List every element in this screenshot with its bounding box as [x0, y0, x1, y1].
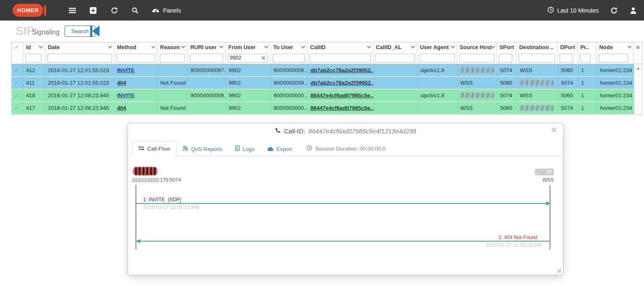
- grid-menu-icon[interactable]: [634, 42, 642, 52]
- sip-results-grid: ✓ Id Date Method Reason RURI user From U…: [11, 42, 642, 115]
- cell-to-user: 9000000009…: [271, 64, 308, 76]
- filter-reason-input[interactable]: [160, 54, 185, 62]
- refresh-icon[interactable]: [110, 6, 118, 15]
- invite-arrow: [136, 203, 550, 204]
- col-header-node[interactable]: Node: [597, 42, 634, 52]
- col-header-dport[interactable]: DPort: [558, 42, 578, 52]
- cell-ruri-user: [188, 102, 226, 114]
- notfound-message-label[interactable]: 2: 404 Not Found: [498, 234, 537, 240]
- filter-sport-input[interactable]: [499, 54, 512, 62]
- search-icon[interactable]: [131, 6, 139, 15]
- col-header-id[interactable]: Id: [23, 42, 45, 52]
- clock-icon: [548, 7, 554, 14]
- filter-reason-cell: [158, 52, 188, 64]
- panels-label: Panels: [163, 7, 181, 14]
- filter-id-input[interactable]: [26, 54, 42, 62]
- table-row[interactable]: ✓ 417 2016-01-27 12:08:23.945 404 Not Fo…: [12, 102, 635, 115]
- cell-callid-al: [374, 64, 418, 76]
- cell-to-user: 9000000009…: [271, 77, 308, 89]
- cell-proto: 1: [579, 64, 597, 76]
- filter-source-host-input[interactable]: [459, 54, 495, 62]
- chevron-down-icon: [39, 44, 43, 49]
- filter-dport-input[interactable]: [560, 54, 573, 62]
- col-header-from-user[interactable]: From User: [226, 42, 271, 52]
- redacted-ip-blob: [132, 178, 159, 182]
- table-row[interactable]: ✓ 411 2016-01-27 12:01:55.023 404 Not Fo…: [12, 77, 635, 89]
- cell-callid-al: [374, 89, 418, 102]
- col-header-ruri-user[interactable]: RURI user: [188, 42, 226, 52]
- cell-dport: 5060: [558, 89, 579, 102]
- callid-link[interactable]: 86447e4cf6ad07985c5e…: [310, 105, 374, 111]
- col-header-reason[interactable]: Reason: [158, 42, 188, 52]
- skip-back-icon[interactable]: [90, 26, 99, 36]
- callee-lifeline: [550, 185, 550, 249]
- filter-user-agent-input[interactable]: [420, 54, 455, 62]
- filter-to-user-input[interactable]: [273, 54, 305, 62]
- col-header-callid-al[interactable]: CallID_AL: [373, 42, 417, 52]
- clear-filter-icon[interactable]: ✕: [261, 55, 266, 61]
- callid-link[interactable]: 86447e4cf6ad07985c5e…: [310, 92, 374, 99]
- method-link[interactable]: INVITE: [117, 92, 135, 99]
- cell-reason: Not Found: [158, 102, 188, 114]
- col-header-user-agent[interactable]: User Agent: [417, 42, 457, 52]
- filter-date-cell: [45, 52, 115, 64]
- table-row[interactable]: ✓ 412 2016-01-27 12:01:55.023 INVITE 900…: [12, 64, 635, 77]
- method-link[interactable]: 404: [117, 80, 126, 86]
- notfound-arrow: [136, 241, 550, 242]
- cell-reason: [158, 64, 188, 76]
- scroll-up-icon[interactable]: [636, 67, 640, 70]
- chevron-down-icon: [451, 44, 455, 49]
- tab-call-flow[interactable]: Call-Flow: [132, 141, 177, 156]
- cell-from-user: 9902: [226, 89, 271, 102]
- col-header-callid[interactable]: CallID: [308, 42, 373, 52]
- cell-dport: 5074: [558, 102, 579, 114]
- filter-node-input[interactable]: [599, 54, 628, 62]
- filter-date-input[interactable]: [47, 54, 112, 62]
- gauge-icon: [152, 7, 159, 14]
- panels-menu[interactable]: Panels: [152, 7, 181, 14]
- col-header-proto[interactable]: Pr..: [578, 42, 597, 52]
- cell-node: homer01:234: [597, 77, 635, 89]
- col-header-method[interactable]: Method: [115, 42, 158, 52]
- cell-user-agent: [418, 102, 458, 114]
- time-range-selector[interactable]: Last 10 Minutes: [548, 7, 599, 14]
- table-row[interactable]: ✓ 418 2016-01-27 12:08:23.945 INVITE 900…: [12, 89, 635, 102]
- homer-logo[interactable]: HOMER: [13, 4, 46, 17]
- filter-destination-input[interactable]: [519, 54, 555, 62]
- row-check-icon: ✓: [14, 105, 19, 111]
- callid-link[interactable]: db7ab2cc78a2e2f39052…: [310, 80, 374, 86]
- tab-export[interactable]: Export: [261, 142, 299, 156]
- col-header-sport[interactable]: SPort: [497, 42, 516, 52]
- phone-icon: [275, 128, 281, 135]
- reload-icon[interactable]: [610, 6, 618, 15]
- col-header-select[interactable]: ✓: [12, 42, 23, 52]
- method-link[interactable]: 404: [117, 105, 126, 111]
- col-header-date[interactable]: Date: [45, 42, 115, 52]
- col-header-source-host[interactable]: Source Host: [457, 42, 497, 52]
- filter-method-input[interactable]: [117, 54, 155, 62]
- method-link[interactable]: INVITE: [117, 67, 135, 73]
- arrow-right-head: [546, 201, 550, 206]
- grid-scrollbar[interactable]: [634, 64, 642, 115]
- menu-icon[interactable]: [68, 6, 76, 15]
- row-check-icon: ✓: [14, 80, 19, 86]
- cell-user-agent: [418, 77, 458, 89]
- call-detail-modal: ✕ Call-ID: 86447e4cf6ad07985c5e4f1213e4d…: [128, 123, 563, 275]
- tab-logs[interactable]: Logs: [229, 141, 261, 156]
- filter-proto-input[interactable]: [580, 54, 591, 62]
- col-header-destination[interactable]: Destination ..: [516, 42, 558, 52]
- chevron-down-icon: [219, 44, 224, 49]
- grid-body: ✓ 412 2016-01-27 12:01:55.023 INVITE 900…: [12, 64, 642, 115]
- filter-callid-input[interactable]: [310, 54, 371, 62]
- tab-qos-reports[interactable]: QoS Reports: [177, 142, 229, 156]
- cell-from-user: 9902: [226, 77, 271, 89]
- chevron-down-icon: [264, 44, 269, 49]
- col-header-to-user[interactable]: To User: [271, 42, 308, 52]
- filter-callid-al-input[interactable]: [375, 54, 415, 62]
- callid-link[interactable]: db7ab2cc78a2e2f39052…: [310, 67, 374, 73]
- invite-message-label[interactable]: 1: INVITE (SDP): [143, 197, 181, 203]
- user-icon[interactable]: [629, 6, 637, 15]
- cell-node: homer01:234: [597, 89, 635, 102]
- filter-ruri-input[interactable]: [190, 54, 223, 62]
- add-panel-icon[interactable]: [89, 6, 97, 15]
